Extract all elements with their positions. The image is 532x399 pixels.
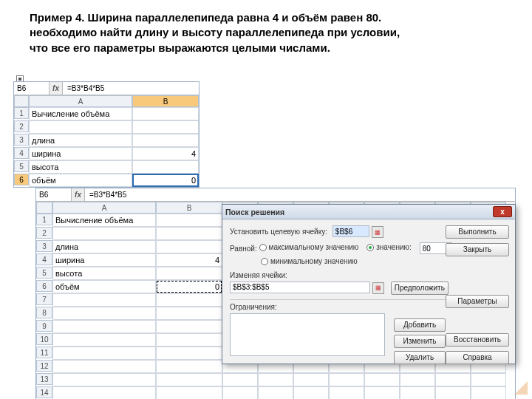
add-button[interactable]: Добавить [394,318,446,332]
cell-A10[interactable] [52,333,156,347]
row-header[interactable]: 4 [36,253,52,265]
cell-J13[interactable] [471,373,506,386]
cell-C14[interactable] [222,386,258,399]
col-header-A[interactable]: A [52,202,156,214]
cell-A11[interactable] [52,347,156,360]
row-header[interactable]: 10 [36,333,52,345]
close-icon[interactable]: x [493,206,512,217]
corner-header[interactable] [36,202,52,214]
cell-A5[interactable]: высота [29,160,132,174]
cell-B1[interactable] [156,214,222,227]
cell-D14[interactable] [258,386,293,399]
cell-F13[interactable] [329,373,364,386]
name-box[interactable]: B6 [36,188,72,201]
cell-E14[interactable] [293,386,329,399]
cell-F14[interactable] [329,386,364,399]
cell-A8[interactable] [52,307,156,320]
cell-C13[interactable] [222,373,258,386]
changing-cells-field[interactable]: $B$3:$B$5 [230,282,370,293]
cell-A2[interactable] [52,227,156,240]
row-header[interactable]: 5 [14,160,29,172]
row-header[interactable]: 3 [36,240,52,252]
cell-B2[interactable] [156,227,222,240]
cell-B8[interactable] [156,307,222,320]
cell-A1[interactable]: Вычисление объёма [52,214,156,227]
cell-B6[interactable]: 0 [132,174,199,187]
col-header-A[interactable]: A [29,95,132,107]
cell-B6[interactable]: 0 [156,280,222,293]
radio-min[interactable]: минимальному значению [261,257,358,265]
formula-text[interactable]: =B3*B4*B5 [63,82,199,95]
row-header[interactable]: 2 [14,120,29,132]
cell-A12[interactable] [52,360,156,373]
target-cell-field[interactable]: $B$6 [332,225,369,237]
row-header[interactable]: 11 [36,347,52,358]
cell-E13[interactable] [293,373,329,386]
formula-text[interactable]: =B3*B4*B5 [85,188,515,201]
row-header[interactable]: 1 [14,107,29,119]
row-header[interactable]: 5 [36,267,52,279]
ref-picker-icon[interactable]: ▦ [372,282,384,294]
cell-A4[interactable]: ширина [29,147,132,160]
cell-H13[interactable] [400,373,435,386]
cell-A4[interactable]: ширина [52,253,156,267]
row-header[interactable]: 9 [36,320,52,332]
edit-button[interactable]: Изменить [394,335,446,348]
cell-B10[interactable] [156,333,222,347]
cell-B4[interactable]: 4 [156,253,222,267]
cell-A14[interactable] [52,386,156,399]
cell-B3[interactable] [156,240,222,253]
cell-G13[interactable] [364,373,400,386]
fx-icon[interactable]: fx [72,188,85,201]
cell-A13[interactable] [52,373,156,386]
cell-I13[interactable] [435,373,471,386]
reset-button[interactable]: Восстановить [446,333,509,347]
row-header[interactable]: 13 [36,373,52,385]
radio-max[interactable]: максимальному значению [259,243,359,251]
cell-A7[interactable] [52,293,156,307]
cell-B14[interactable] [156,386,222,399]
row-header[interactable]: 4 [14,147,29,159]
constraints-list[interactable] [230,313,385,356]
cell-A5[interactable]: высота [52,267,156,280]
row-header[interactable]: 6 [14,174,29,185]
name-box[interactable]: B6 [14,82,50,95]
guess-button[interactable]: Предположить [391,282,449,295]
cell-B5[interactable] [132,160,199,174]
cell-B3[interactable] [132,134,199,147]
cell-B1[interactable] [132,107,199,120]
row-header[interactable]: 2 [36,227,52,239]
col-header-B[interactable]: B [156,202,222,214]
cell-I14[interactable] [435,386,471,399]
cell-A3[interactable]: длина [52,240,156,253]
fx-icon[interactable]: fx [50,82,63,95]
cell-B2[interactable] [132,120,199,134]
row-header[interactable]: 1 [36,214,52,225]
row-header[interactable]: 3 [14,134,29,146]
row-header[interactable]: 8 [36,307,52,318]
cell-B11[interactable] [156,347,222,360]
corner-header[interactable] [14,95,29,107]
cell-A1[interactable]: Вычисление объёма [29,107,132,120]
cell-B9[interactable] [156,320,222,333]
cell-G14[interactable] [364,386,400,399]
cell-J14[interactable] [471,386,506,399]
cell-B5[interactable] [156,267,222,280]
cell-A2[interactable] [29,120,132,134]
params-button[interactable]: Параметры [446,295,509,308]
cell-D13[interactable] [258,373,293,386]
cell-A6[interactable]: объём [29,174,132,187]
cell-B12[interactable] [156,360,222,373]
radio-value[interactable]: значению: [366,243,412,251]
row-header[interactable]: 12 [36,360,52,372]
cell-A9[interactable] [52,320,156,333]
help-button[interactable]: Справка [446,351,509,364]
row-header[interactable]: 7 [36,293,52,305]
cell-H14[interactable] [400,386,435,399]
dialog-titlebar[interactable]: Поиск решения x [222,205,515,219]
col-header-B[interactable]: B [132,95,199,107]
close-button[interactable]: Закрыть [446,243,509,256]
cell-A3[interactable]: длина [29,134,132,147]
cell-B13[interactable] [156,373,222,386]
row-header[interactable]: 6 [36,280,52,292]
